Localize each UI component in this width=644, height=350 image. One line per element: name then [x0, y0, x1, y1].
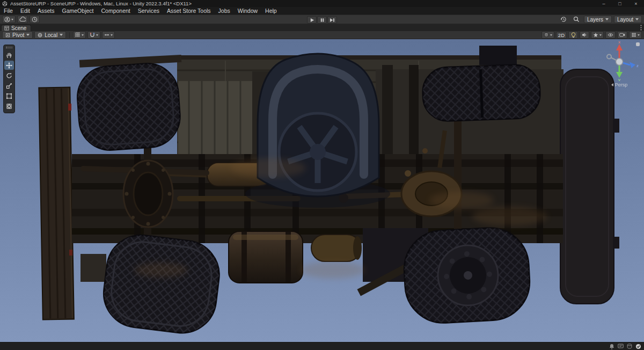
account-circle-icon	[4, 17, 10, 23]
menu-gameobject[interactable]: GameObject	[58, 7, 98, 14]
chevron-down-icon	[599, 34, 602, 36]
gizmo-z-label[interactable]: z	[636, 63, 639, 68]
scale-tool[interactable]	[4, 81, 14, 90]
pivot-label: Pivot	[12, 32, 24, 38]
toolbar-separator	[69, 32, 70, 38]
gizmo-y-label[interactable]: y	[618, 77, 620, 81]
menu-window[interactable]: Window	[234, 7, 261, 14]
scene-camera-settings[interactable]	[617, 31, 627, 39]
undo-history-button[interactable]	[558, 16, 569, 23]
audio-speaker-icon	[582, 32, 587, 38]
title-bar: AssetStoreURP - SceneURP - Windows, Mac,…	[0, 0, 644, 7]
gizmo-lock-icon[interactable]	[636, 42, 640, 46]
menu-assets[interactable]: Assets	[34, 7, 58, 14]
status-bar	[0, 342, 644, 350]
scene-effects-dropdown[interactable]	[591, 31, 604, 39]
increment-snap-icon	[90, 32, 95, 38]
pivot-dropdown[interactable]: Pivot	[2, 31, 33, 39]
pause-button[interactable]	[317, 16, 327, 24]
scene-audio-toggle[interactable]	[580, 31, 589, 39]
scene-tab-icon	[4, 26, 9, 31]
rotate-icon	[6, 72, 12, 79]
version-control-button[interactable]	[30, 16, 40, 23]
grid-snap-button[interactable]	[73, 31, 86, 39]
menu-services[interactable]: Services	[134, 7, 163, 14]
move-icon	[6, 62, 12, 69]
grid-snap-icon	[75, 32, 80, 38]
2d-toggle-button[interactable]: 2D	[556, 32, 567, 39]
gizmo-persp-toggle[interactable]: Persp	[599, 82, 640, 88]
close-button[interactable]: ×	[628, 0, 644, 7]
scene-visibility-toggle[interactable]	[605, 31, 616, 39]
undo-history-icon	[560, 16, 567, 23]
cloud-button[interactable]	[17, 16, 28, 23]
maximize-button[interactable]: □	[612, 0, 628, 7]
tire-rear-right	[402, 226, 532, 325]
increment-snap-button[interactable]	[87, 31, 100, 39]
move-snap-button[interactable]	[102, 31, 115, 39]
unity-logo-icon	[2, 1, 8, 6]
cloud-icon	[19, 17, 26, 22]
notification-bell-icon[interactable]	[609, 344, 614, 349]
camera-icon	[619, 33, 625, 37]
layout-dropdown[interactable]: Layout	[614, 16, 642, 23]
chevron-down-icon	[638, 34, 640, 36]
menu-help[interactable]: Help	[261, 7, 281, 14]
rect-tool[interactable]	[4, 91, 14, 100]
play-button[interactable]	[307, 16, 317, 24]
draw-mode-sphere-icon	[544, 32, 549, 38]
menu-asset-store-tools[interactable]: Asset Store Tools	[163, 7, 215, 14]
tire-front-right	[422, 64, 540, 122]
chevron-down-icon	[82, 34, 84, 36]
move-tool[interactable]	[4, 61, 14, 70]
pause-icon	[320, 18, 325, 23]
menu-component[interactable]: Component	[97, 7, 134, 14]
scene-lighting-toggle[interactable]	[568, 31, 578, 39]
step-button[interactable]	[327, 16, 337, 24]
unity-editor-window: AssetStoreURP - SceneURP - Windows, Mac,…	[0, 0, 644, 350]
menu-bar: File Edit Assets GameObject Component Se…	[0, 7, 644, 14]
hand-icon	[6, 52, 12, 59]
playmode-controls	[307, 16, 337, 24]
grid-visibility-dropdown[interactable]	[629, 31, 642, 39]
console-message-icon[interactable]	[618, 344, 624, 349]
draw-mode-dropdown[interactable]	[541, 31, 554, 39]
tab-scene[interactable]: Scene	[1, 25, 31, 31]
handle-rotation-dropdown[interactable]: Local	[34, 31, 66, 39]
search-icon	[573, 16, 580, 23]
scale-icon	[6, 83, 12, 89]
transform-tool[interactable]	[4, 101, 14, 111]
progress-circle-icon[interactable]	[635, 344, 641, 349]
chevron-down-icon	[550, 34, 552, 36]
version-control-icon	[32, 17, 38, 23]
window-title: AssetStoreURP - SceneURP - Windows, Mac,…	[10, 1, 192, 6]
chevron-down-icon	[11, 19, 13, 20]
cache-server-icon[interactable]	[627, 344, 632, 349]
visibility-eye-icon	[608, 33, 613, 37]
minimize-button[interactable]: –	[596, 0, 612, 7]
scene-toolbar: Pivot Local 2D	[0, 31, 644, 39]
chevron-down-icon	[96, 34, 98, 36]
menu-edit[interactable]: Edit	[17, 7, 34, 14]
view-hand-tool[interactable]	[4, 50, 14, 60]
gizmo-x-label[interactable]: x	[618, 41, 620, 45]
local-globe-icon	[38, 33, 42, 38]
play-icon	[310, 18, 314, 23]
search-button[interactable]	[571, 16, 582, 23]
move-snap-icon	[104, 32, 109, 38]
menu-file[interactable]: File	[0, 7, 17, 14]
orientation-gizmo[interactable]: x z y Persp	[599, 41, 640, 88]
scene-viewport[interactable]: x z y Persp	[0, 39, 644, 342]
account-button[interactable]	[2, 16, 16, 23]
menu-jobs[interactable]: Jobs	[215, 7, 234, 14]
layers-dropdown[interactable]: Layers	[584, 16, 612, 23]
chevron-down-icon	[635, 18, 639, 20]
rotate-tool[interactable]	[4, 71, 14, 80]
step-icon	[330, 18, 335, 23]
chevron-down-icon	[111, 34, 113, 36]
tab-more-button[interactable]	[640, 24, 642, 31]
effects-star-icon	[593, 32, 598, 38]
overlay-grip-handle[interactable]	[6, 47, 12, 48]
chevron-down-icon	[605, 18, 609, 20]
kebab-menu-icon	[640, 25, 642, 31]
